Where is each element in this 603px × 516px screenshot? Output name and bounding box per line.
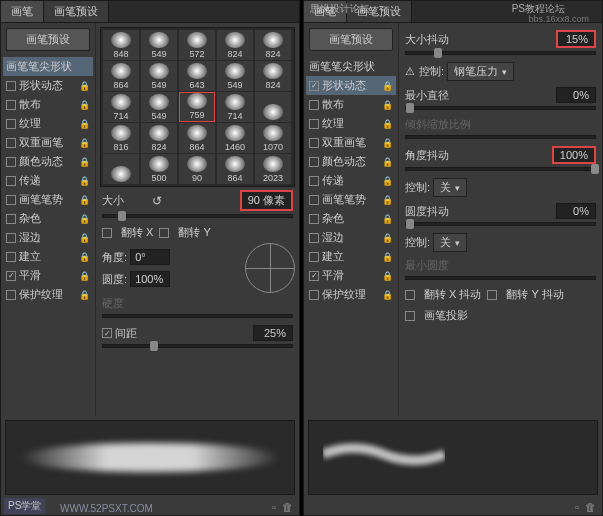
sidebar-wet-edges[interactable]: 湿边🔒: [3, 228, 93, 247]
brush-thumbnail[interactable]: 864: [179, 123, 215, 153]
roundness-jitter-value[interactable]: 0%: [556, 203, 596, 219]
brush-thumbnail[interactable]: 643: [179, 61, 215, 91]
sidebar-color-dynamics[interactable]: 颜色动态🔒: [306, 152, 396, 171]
brush-thumbnail[interactable]: 90: [179, 154, 215, 184]
reset-icon[interactable]: ↺: [152, 194, 162, 208]
brush-thumbnail[interactable]: 549: [141, 61, 177, 91]
brush-thumbnail[interactable]: 864: [217, 154, 253, 184]
brush-thumbnail[interactable]: 714: [217, 92, 253, 122]
angle-dial[interactable]: [245, 243, 295, 293]
min-diameter-slider[interactable]: [405, 106, 596, 110]
brush-thumbnail[interactable]: 549: [141, 30, 177, 60]
brush-thumbnail[interactable]: 549: [141, 92, 177, 122]
brush-thumbnail[interactable]: 714: [103, 92, 139, 122]
hardness-row: 硬度: [100, 293, 295, 314]
sidebar-tip-shape[interactable]: 画笔笔尖形状: [306, 57, 396, 76]
brush-preview: [5, 420, 295, 495]
sidebar-shape-dynamics[interactable]: 形状动态🔒: [3, 76, 93, 95]
roundness-jitter-slider[interactable]: [405, 222, 596, 226]
trash-icon[interactable]: 🗑: [282, 501, 293, 513]
sidebar-buildup[interactable]: 建立🔒: [306, 247, 396, 266]
brush-thumbnail[interactable]: 864: [103, 61, 139, 91]
sidebar-brush-pose[interactable]: 画笔笔势🔒: [306, 190, 396, 209]
brush-thumbnail[interactable]: 816: [103, 123, 139, 153]
sidebar-smoothing[interactable]: 平滑🔒: [3, 266, 93, 285]
sidebar-dual-brush[interactable]: 双重画笔🔒: [306, 133, 396, 152]
tab-presets[interactable]: 画笔预设: [44, 1, 109, 22]
sidebar-wet-edges[interactable]: 湿边🔒: [306, 228, 396, 247]
lock-icon: 🔒: [79, 195, 90, 205]
brush-thumbnail[interactable]: 500: [141, 154, 177, 184]
warning-icon: ⚠: [405, 65, 415, 78]
control-select-pen[interactable]: 钢笔压力: [447, 62, 514, 81]
size-jitter-value[interactable]: 15%: [556, 30, 596, 48]
sidebar-protect-texture[interactable]: 保护纹理🔒: [306, 285, 396, 304]
min-roundness-row: 最小圆度: [403, 255, 598, 276]
brush-thumbnail[interactable]: 824: [255, 61, 291, 91]
sidebar-texture[interactable]: 纹理🔒: [306, 114, 396, 133]
sidebar-transfer[interactable]: 传递🔒: [306, 171, 396, 190]
new-icon[interactable]: ▫: [272, 501, 276, 513]
sidebar-tip-shape[interactable]: 画笔笔尖形状: [3, 57, 93, 76]
projection-checkbox[interactable]: [405, 311, 415, 321]
lock-icon: 🔒: [382, 138, 393, 148]
brush-thumbnail[interactable]: 1460: [217, 123, 253, 153]
sidebar-scattering[interactable]: 散布🔒: [306, 95, 396, 114]
lock-icon: 🔒: [382, 290, 393, 300]
flip-y-jitter-checkbox[interactable]: [487, 290, 497, 300]
sidebar-noise[interactable]: 杂色🔒: [306, 209, 396, 228]
size-jitter-slider[interactable]: [405, 51, 596, 55]
brush-thumbnail[interactable]: 759: [179, 92, 215, 122]
sidebar-smoothing[interactable]: 平滑🔒: [306, 266, 396, 285]
spacing-value[interactable]: 25%: [253, 325, 293, 341]
brush-panel-right: 画笔 画笔预设 画笔预设 画笔笔尖形状 形状动态🔒 散布🔒 纹理🔒 双重画笔🔒 …: [303, 0, 603, 516]
flip-y-checkbox[interactable]: [159, 228, 169, 238]
lock-icon: 🔒: [79, 252, 90, 262]
brush-thumbnail[interactable]: [255, 92, 291, 122]
flip-x-jitter-checkbox[interactable]: [405, 290, 415, 300]
brush-thumbnail[interactable]: 1070: [255, 123, 291, 153]
trash-icon[interactable]: 🗑: [585, 501, 596, 513]
angle-jitter-value[interactable]: 100%: [552, 146, 596, 164]
angle-jitter-slider[interactable]: [405, 167, 596, 171]
angle-jitter-row: 角度抖动 100%: [403, 143, 598, 167]
sidebar-color-dynamics[interactable]: 颜色动态🔒: [3, 152, 93, 171]
sidebar-brush-pose[interactable]: 画笔笔势🔒: [3, 190, 93, 209]
roundness-input[interactable]: 100%: [130, 271, 170, 287]
sidebar-dual-brush[interactable]: 双重画笔🔒: [3, 133, 93, 152]
control-select-off[interactable]: 关: [433, 178, 467, 197]
brush-thumbnail[interactable]: 824: [141, 123, 177, 153]
sidebar-noise[interactable]: 杂色🔒: [3, 209, 93, 228]
control-select-off-2[interactable]: 关: [433, 233, 467, 252]
spacing-checkbox[interactable]: [102, 328, 112, 338]
spacing-slider[interactable]: [102, 344, 293, 348]
brush-thumbnail[interactable]: 824: [255, 30, 291, 60]
tab-brush[interactable]: 画笔: [1, 1, 44, 22]
brush-thumbnail[interactable]: 848: [103, 30, 139, 60]
brush-thumbnail[interactable]: 2023: [255, 154, 291, 184]
size-value[interactable]: 90 像素: [240, 190, 293, 211]
sidebar-protect-texture[interactable]: 保护纹理🔒: [3, 285, 93, 304]
sidebar-transfer[interactable]: 传递🔒: [3, 171, 93, 190]
flip-x-checkbox[interactable]: [102, 228, 112, 238]
brush-thumbnail[interactable]: [103, 154, 139, 184]
hardness-slider: [102, 314, 293, 318]
tabs: 画笔 画笔预设: [1, 1, 299, 23]
projection-row: 画笔投影: [403, 305, 598, 326]
brush-preset-button[interactable]: 画笔预设: [6, 28, 90, 51]
sidebar-texture[interactable]: 纹理🔒: [3, 114, 93, 133]
sidebar-shape-dynamics[interactable]: 形状动态🔒: [306, 76, 396, 95]
brush-thumbnail[interactable]: 549: [217, 61, 253, 91]
sidebar-scattering[interactable]: 散布🔒: [3, 95, 93, 114]
brush-thumbnail[interactable]: 824: [217, 30, 253, 60]
watermark-forum: 思缘设计论坛: [310, 2, 370, 16]
brush-thumbnail[interactable]: 572: [179, 30, 215, 60]
lock-icon: 🔒: [79, 100, 90, 110]
new-icon[interactable]: ▫: [575, 501, 579, 513]
size-slider[interactable]: [102, 214, 293, 218]
min-diameter-value[interactable]: 0%: [556, 87, 596, 103]
sidebar-buildup[interactable]: 建立🔒: [3, 247, 93, 266]
angle-input[interactable]: 0°: [130, 249, 170, 265]
control-row-2: 控制: 关: [403, 175, 598, 200]
brush-preset-button[interactable]: 画笔预设: [309, 28, 393, 51]
